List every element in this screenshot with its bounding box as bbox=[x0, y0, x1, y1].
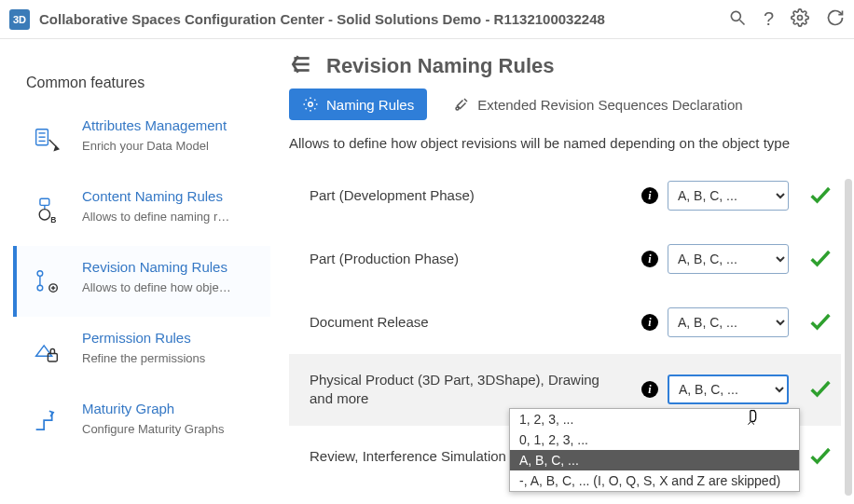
check-icon bbox=[807, 182, 833, 211]
tab-label: Naming Rules bbox=[326, 97, 414, 113]
tools-icon bbox=[453, 96, 470, 113]
svg-text:B: B bbox=[50, 215, 56, 225]
sidebar-item-desc: Refine the permissions bbox=[82, 351, 261, 365]
rule-select[interactable]: A, B, C, ... bbox=[668, 307, 789, 337]
sidebar-section-title: Common features bbox=[26, 75, 270, 91]
content-naming-icon: B bbox=[24, 188, 69, 233]
svg-line-1 bbox=[739, 20, 744, 25]
search-icon[interactable] bbox=[728, 8, 747, 30]
svg-point-21 bbox=[456, 107, 459, 110]
app-title: Collaborative Spaces Configuration Cente… bbox=[39, 11, 728, 27]
info-icon[interactable]: i bbox=[641, 187, 658, 204]
svg-point-12 bbox=[37, 285, 43, 291]
rule-label: Part (Development Phase) bbox=[310, 186, 632, 205]
app-logo-icon: 3D bbox=[9, 9, 30, 30]
gear-icon[interactable] bbox=[791, 8, 809, 30]
top-bar: 3D Collaborative Spaces Configuration Ce… bbox=[0, 0, 854, 39]
revision-naming-icon bbox=[24, 259, 69, 304]
rule-row: Part (Development Phase) i A, B, C, ... bbox=[289, 164, 841, 227]
dropdown-option[interactable]: 0, 1, 2, 3, ... bbox=[510, 429, 799, 450]
dropdown-option[interactable]: -, A, B, C, ... (I, O, Q, S, X and Z are… bbox=[510, 470, 799, 491]
sidebar-item-label: Revision Naming Rules bbox=[82, 259, 261, 277]
rule-select[interactable]: A, B, C, ... bbox=[668, 181, 789, 211]
tab-extended-sequences[interactable]: Extended Revision Sequences Declaration bbox=[440, 89, 755, 120]
sidebar: Common features Attributes Management En… bbox=[0, 39, 280, 504]
rule-label: Physical Product (3D Part, 3DShape), Dra… bbox=[310, 371, 632, 409]
check-icon bbox=[807, 245, 833, 274]
svg-point-20 bbox=[309, 102, 313, 107]
permission-icon bbox=[24, 330, 69, 375]
dropdown-option[interactable]: 1, 2, 3, ... bbox=[510, 409, 799, 429]
sidebar-item-maturity[interactable]: Maturity Graph Configure Maturity Graphs bbox=[13, 388, 270, 458]
sidebar-item-desc: Enrich your Data Model bbox=[82, 139, 261, 153]
sidebar-item-desc: Allows to define naming r… bbox=[82, 210, 261, 224]
sidebar-item-label: Permission Rules bbox=[82, 330, 261, 347]
svg-point-2 bbox=[798, 16, 803, 20]
intro-text: Allows to define how object revisions wi… bbox=[289, 135, 854, 151]
rule-row: Document Release i A, B, C, ... bbox=[289, 291, 841, 354]
sidebar-item-desc: Allows to define how obje… bbox=[82, 280, 261, 294]
maturity-icon bbox=[24, 401, 69, 445]
rule-select[interactable]: A, B, C, ... bbox=[668, 244, 789, 274]
rule-label: Part (Production Phase) bbox=[310, 250, 632, 268]
info-icon[interactable]: i bbox=[641, 251, 658, 267]
tab-label: Extended Revision Sequences Declaration bbox=[477, 97, 742, 113]
scrollbar[interactable] bbox=[845, 179, 852, 496]
rule-row: Part (Production Phase) i A, B, C, ... bbox=[289, 227, 841, 291]
page-title: Revision Naming Rules bbox=[326, 54, 555, 78]
back-icon[interactable] bbox=[289, 52, 313, 79]
info-icon[interactable]: i bbox=[641, 314, 658, 331]
sidebar-item-label: Attributes Management bbox=[82, 117, 261, 135]
attributes-icon bbox=[24, 117, 69, 162]
gear-icon bbox=[302, 96, 319, 113]
svg-rect-8 bbox=[40, 198, 49, 205]
sidebar-item-label: Content Naming Rules bbox=[82, 188, 261, 206]
sidebar-item-permission[interactable]: Permission Rules Refine the permissions bbox=[13, 317, 270, 388]
tab-naming-rules[interactable]: Naming Rules bbox=[289, 89, 427, 120]
svg-rect-16 bbox=[48, 353, 57, 361]
svg-point-0 bbox=[731, 11, 740, 20]
svg-marker-7 bbox=[55, 146, 59, 150]
check-icon bbox=[807, 443, 833, 471]
sidebar-item-attributes[interactable]: Attributes Management Enrich your Data M… bbox=[13, 104, 270, 175]
svg-point-9 bbox=[39, 210, 49, 220]
sidebar-item-content-naming[interactable]: B Content Naming Rules Allows to define … bbox=[13, 175, 270, 246]
sidebar-item-label: Maturity Graph bbox=[82, 401, 261, 418]
help-icon[interactable]: ? bbox=[764, 8, 774, 30]
sidebar-item-revision-naming[interactable]: Revision Naming Rules Allows to define h… bbox=[13, 246, 270, 317]
refresh-icon[interactable] bbox=[826, 8, 845, 30]
check-icon bbox=[807, 308, 833, 337]
svg-point-11 bbox=[37, 271, 43, 277]
info-icon[interactable]: i bbox=[641, 381, 658, 398]
sidebar-item-desc: Configure Maturity Graphs bbox=[82, 422, 261, 436]
tabs: Naming Rules Extended Revision Sequences… bbox=[289, 89, 854, 120]
dropdown-option[interactable]: A, B, C, ... bbox=[510, 450, 799, 470]
dropdown-options: 1, 2, 3, ... 0, 1, 2, 3, ... A, B, C, ..… bbox=[509, 408, 800, 492]
rule-select[interactable]: A, B, C, ... bbox=[668, 375, 789, 404]
check-icon bbox=[807, 375, 833, 404]
rule-label: Document Release bbox=[310, 313, 632, 332]
